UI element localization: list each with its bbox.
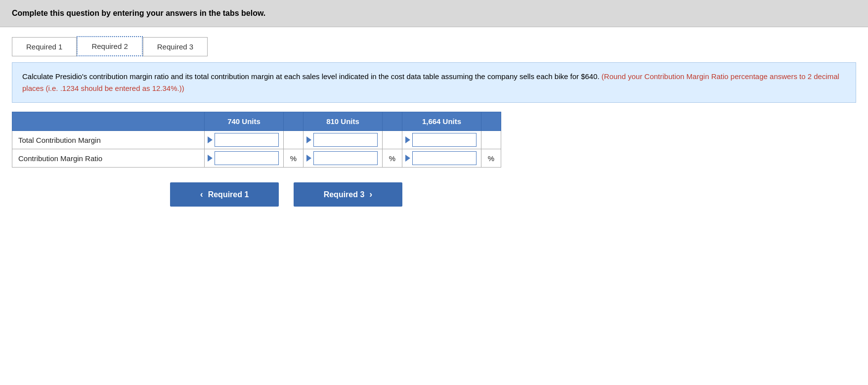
cmr-input-cell-740 [205,149,284,168]
col-header-sep3 [481,112,501,131]
col-header-sep2 [383,112,402,131]
row-label-tcm: Total Contribution Margin [12,131,205,149]
cmr-input-1664[interactable] [412,151,477,165]
contribution-table: 740 Units 810 Units 1,664 Units Total Co… [12,112,501,168]
instruction-box: Calculate Presidio's contribution margin… [12,62,856,103]
cmr-input-740[interactable] [215,151,279,165]
next-button[interactable]: Required 3 › [294,182,402,207]
tcm-input-cell-1664 [402,131,481,149]
percent-label-1664: % [481,149,501,168]
content-area: Calculate Presidio's contribution margin… [0,62,868,218]
arrow-icon-tcm-740 [208,136,213,143]
prev-button[interactable]: ‹ Required 1 [170,182,279,207]
tcm-input-cell-810 [304,131,383,149]
arrow-icon-cmr-740 [208,155,213,162]
arrow-icon-tcm-810 [306,136,311,143]
col-header-810: 810 Units [304,112,383,131]
tabs-container: Required 1 Required 2 Required 3 [0,27,868,56]
cmr-input-810[interactable] [313,151,378,165]
col-header-740: 740 Units [205,112,284,131]
table-row: Total Contribution Margin [12,131,501,149]
tab-required1[interactable]: Required 1 [12,37,77,56]
col-header-sep1 [284,112,304,131]
arrow-icon-tcm-1664 [405,136,410,143]
percent-label-740: % [284,149,304,168]
col-header-empty [12,112,205,131]
tcm-input-1664[interactable] [412,133,477,147]
tcm-sep1 [284,131,304,149]
arrow-icon-cmr-1664 [405,155,410,162]
tab-required2[interactable]: Required 2 [77,36,142,56]
arrow-icon-cmr-810 [306,155,311,162]
tcm-input-740[interactable] [215,133,279,147]
nav-buttons: ‹ Required 1 Required 3 › [12,182,856,207]
tcm-sep2 [383,131,402,149]
tcm-sep3 [481,131,501,149]
cmr-input-cell-810 [304,149,383,168]
cmr-input-cell-1664 [402,149,481,168]
percent-label-810: % [383,149,402,168]
header-instruction: Complete this question by entering your … [0,0,868,27]
col-header-1664: 1,664 Units [402,112,481,131]
prev-chevron-icon: ‹ [200,189,203,200]
row-label-cmr: Contribution Margin Ratio [12,149,205,168]
tcm-input-810[interactable] [313,133,378,147]
table-row: Contribution Margin Ratio % % [12,149,501,168]
tab-required3[interactable]: Required 3 [143,37,208,56]
next-chevron-icon: › [369,189,372,200]
tcm-input-cell-740 [205,131,284,149]
